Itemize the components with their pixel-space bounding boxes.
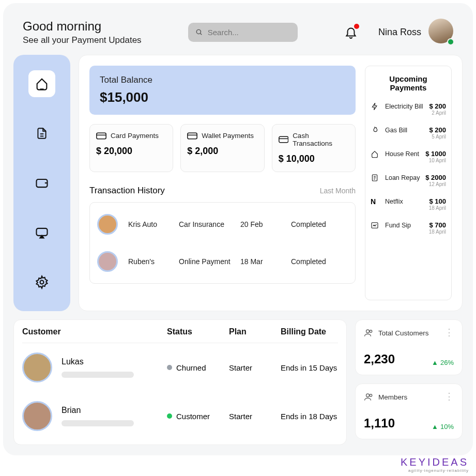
svg-rect-5 [37,228,48,236]
balance-label: Total Balance [100,75,345,85]
upcoming-date: 18 April [429,205,446,211]
svg-point-18 [366,330,370,333]
customer-row[interactable]: Brian Customer Starter Ends in 18 Days [22,392,338,440]
sidebar-item-documents[interactable] [28,120,55,147]
trend-up-icon: ▲ [432,423,438,431]
more-menu-icon[interactable]: ⋮ [444,331,454,334]
upcoming-amount: $ 200 [429,126,446,134]
stat-value: 1,110 [364,416,395,431]
customer-status: Churned [176,363,206,372]
greeting-subtitle: See all your Payment Updates [23,35,142,45]
sidebar-item-wallet[interactable] [28,170,55,196]
upcoming-amount: $ 1000 [425,150,446,158]
svg-point-0 [196,29,201,34]
brand-logo: KEYIDEAS agility·ingenuity·reliability [401,456,469,473]
upcoming-date: 5 April [429,134,446,140]
netflix-icon: N [371,197,382,206]
customer-plan: Starter [229,412,281,421]
user-name: Nina Ross [378,27,421,38]
history-status: Completed [291,220,348,228]
history-date: 18 Mar [240,257,287,266]
stat-total-customers: Total Customers ⋮ 2,230 ▲26% [355,319,463,375]
greeting-title: Good morning [23,19,142,34]
more-menu-icon[interactable]: ⋮ [444,395,454,398]
history-type: Car Insurance [179,220,236,228]
upcoming-item[interactable]: House Rent $ 100010 April [371,150,446,163]
upcoming-name: Netflix [385,197,426,206]
svg-line-1 [200,34,202,35]
customer-name: Brian [62,406,134,415]
history-row[interactable]: Kris Auto Car Insurance 20 Feb Completed [90,206,355,243]
history-filter[interactable]: Last Month [320,187,356,195]
sidebar-item-home[interactable] [28,70,55,97]
col-billing: Billing Date [281,327,338,336]
stat-trend: 26% [440,359,454,366]
search-input[interactable] [208,28,290,37]
upcoming-name: Loan Repay [385,174,422,182]
gear-icon [35,275,49,289]
user-menu[interactable]: Nina Ross [378,19,453,45]
status-dot-icon [167,413,172,419]
svg-rect-9 [188,133,197,139]
users-icon [364,392,373,402]
upcoming-item[interactable]: Loan Repay $ 200012 April [371,174,446,187]
svg-rect-7 [97,133,106,139]
status-dot-icon [167,365,172,370]
avatar [22,401,52,431]
upcoming-name: Electricity Bill [385,102,426,111]
svg-point-19 [370,330,372,333]
pay-card-label: Wallet Payments [202,132,254,140]
pay-card-cash: Cash Transactions $ 10,000 [272,124,356,172]
sidebar-item-display[interactable] [28,219,55,246]
customer-plan: Starter [229,363,281,372]
upcoming-item[interactable]: Gas Bill $ 2005 April [371,126,446,140]
upcoming-name: House Rent [385,150,422,158]
document-icon [35,127,49,140]
history-name: Ruben's [128,257,175,266]
upcoming-item[interactable]: N Netflix $ 10018 April [371,197,446,211]
upcoming-name: Fund Sip [385,221,426,229]
pay-card-amount: $ 2,000 [187,146,257,157]
avatar [97,251,118,272]
notification-dot-icon [354,24,359,29]
upcoming-date: 10 April [425,158,446,163]
upcoming-amount: $ 700 [429,221,446,229]
notifications-button[interactable] [344,25,358,39]
history-list: Kris Auto Car Insurance 20 Feb Completed… [89,202,356,284]
customer-row[interactable]: Lukas Churned Starter Ends in 15 Days [22,343,338,392]
pay-card-card: Card Payments $ 20,000 [89,124,173,172]
brand-tagline: agility·ingenuity·reliability [401,468,469,473]
history-name: Kris Auto [128,220,175,228]
history-title: Transaction History [89,186,165,196]
stat-label: Total Customers [378,329,429,337]
bolt-icon [371,102,379,111]
svg-rect-11 [279,136,288,142]
search-input-wrap[interactable] [188,23,298,42]
col-status: Status [167,327,229,336]
upcoming-item[interactable]: Electricity Bill $ 2002 April [371,102,446,116]
upcoming-date: 12 April [425,181,446,187]
brand-name: KEYIDEAS [401,456,469,468]
trend-up-icon: ▲ [432,359,438,366]
flame-icon [371,126,379,134]
svg-point-21 [370,394,372,397]
upcoming-amount: $ 200 [429,102,446,110]
stat-value: 2,230 [364,352,395,366]
pay-card-wallet: Wallet Payments $ 2,000 [180,124,264,172]
stat-members: Members ⋮ 1,110 ▲10% [355,383,463,439]
customer-billing: Ends in 15 Days [281,363,338,372]
upcoming-amount: $ 2000 [425,174,446,181]
sidebar-item-settings[interactable] [28,269,55,296]
upcoming-name: Gas Bill [385,126,426,134]
greeting-block: Good morning See all your Payment Update… [23,19,142,45]
progress-bar [62,420,134,426]
upcoming-item[interactable]: Fund Sip $ 70018 April [371,221,446,235]
presence-indicator-icon [447,38,454,45]
history-row[interactable]: Ruben's Online Payment 18 Mar Completed [90,243,355,280]
upcoming-date: 2 April [429,110,446,116]
balance-amount: $15,000 [100,89,345,105]
customer-name: Lukas [62,357,134,366]
wallet-icon [35,176,49,190]
chart-icon [371,221,379,229]
pay-card-amount: $ 20,000 [96,146,166,157]
